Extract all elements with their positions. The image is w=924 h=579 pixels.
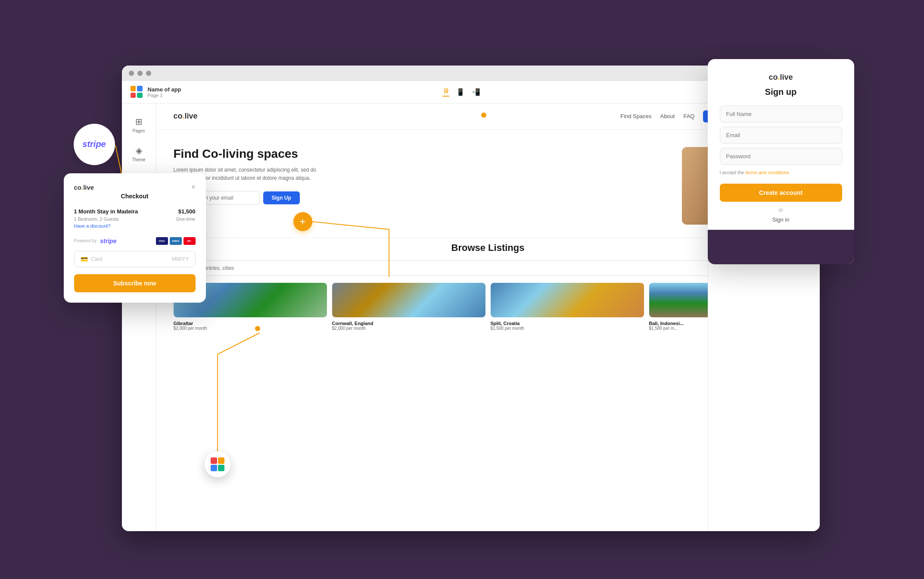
stripe-logo-inline: stripe [100,238,116,244]
checkout-item-type: One-time [176,216,195,222]
nav-find-spaces[interactable]: Find Spaces [620,113,651,119]
card-number-row: 💳 Card MM/YY [74,251,196,267]
listing-image-cornwall [332,283,485,317]
pages-icon: ⊞ [135,116,143,127]
sidebar: ⊞ Pages ◈ Theme ⊙ Users [122,103,156,531]
signup-email-input[interactable] [720,127,842,144]
hero-form: Sign Up [174,191,665,205]
listing-image-split [491,283,644,317]
listing-price-cornwall: $2,000 per month [332,326,485,331]
multipass-icon [211,457,224,471]
listing-name-cornwall: Cornwall, England [332,321,485,326]
card-logos: VISA AMEX MC [156,237,196,245]
listing-name-split: Split, Croatia [491,321,644,326]
terms-text: I accept the terms and conditions [720,169,842,176]
stripe-text: stripe [82,139,106,149]
nav-about[interactable]: About [660,113,675,119]
listing-name-gibraltar: Gibraltar [174,321,327,326]
checkout-discount-link[interactable]: Have a discount? [74,223,196,228]
browser-dot-red [129,71,134,76]
checkout-item-name: 1 Month Stay in Madeira [74,208,138,215]
checkout-item-row: 1 Month Stay in Madeira $1,500 [74,208,196,215]
browser-dot-green [146,71,151,76]
hero-signup-button[interactable]: Sign Up [263,191,300,204]
subscribe-button[interactable]: Subscribe now [74,274,196,292]
stripe-floating-logo: stripe [74,124,115,165]
checkout-item-desc: 1 Bedroom, 2 Guests [74,216,119,222]
nav-faq[interactable]: FAQ [683,113,694,119]
card-number-input[interactable]: Card [91,256,169,262]
desktop-icon[interactable]: 🖥 [442,87,449,97]
browser-dot-yellow [137,71,143,76]
visa-logo: VISA [156,237,168,245]
checkout-close-button[interactable]: × [191,184,195,191]
app-page: Page 1 [148,93,181,98]
create-account-button[interactable]: Create account [720,184,842,202]
sidebar-item-theme[interactable]: ◈ Theme [124,141,153,166]
signin-link[interactable]: Sign in [720,216,842,223]
mastercard-logo: MC [184,237,196,245]
signup-dark-bottom [708,230,854,264]
listing-card-split[interactable]: Split, Croatia $1,500 per month [491,283,644,331]
signup-or: or [720,207,842,213]
listing-price-gibraltar: $2,000 per month [174,326,327,331]
tablet-icon[interactable]: 📱 [456,88,465,96]
signup-password-input[interactable] [720,148,842,165]
listing-price-split: $1,500 per month [491,326,644,331]
card-icon: 💳 [81,256,88,263]
signup-title: Sign up [720,87,842,97]
checkout-panel: co.live × Checkout 1 Month Stay in Madei… [64,173,206,303]
sidebar-theme-label: Theme [132,157,145,162]
theme-icon: ◈ [136,145,142,156]
hero-title: Find Co-living spaces [174,147,665,161]
site-logo: co.live [174,112,198,121]
checkout-logo: co.live [74,184,94,191]
powered-by-text: Powered by [74,238,97,243]
amex-logo: AMEX [170,237,182,245]
app-logo-icon [131,86,143,98]
signup-panel: co.live Sign up I accept the terms and c… [708,59,854,265]
terms-link[interactable]: terms and conditions [745,170,789,175]
mobile-icon[interactable]: 📲 [472,88,480,96]
app-name: Name of app [148,86,181,93]
checkout-item-details: 1 Bedroom, 2 Guests One-time [74,216,196,222]
sidebar-item-pages[interactable]: ⊞ Pages [124,112,153,138]
checkout-item-price: $1,500 [178,208,196,215]
checkout-title: Checkout [74,193,196,200]
screen-container: Name of app Page 1 🖥 📱 📲 Preview Publish… [36,31,889,548]
signup-logo: co.live [720,73,842,82]
card-expiry-input[interactable]: MM/YY [172,256,189,262]
listing-card-cornwall[interactable]: Cornwall, England $2,000 per month [332,283,485,331]
sidebar-pages-label: Pages [133,128,145,133]
signup-fullname-input[interactable] [720,106,842,122]
multipass-logo [205,451,230,477]
add-block-button[interactable]: + [293,212,312,231]
